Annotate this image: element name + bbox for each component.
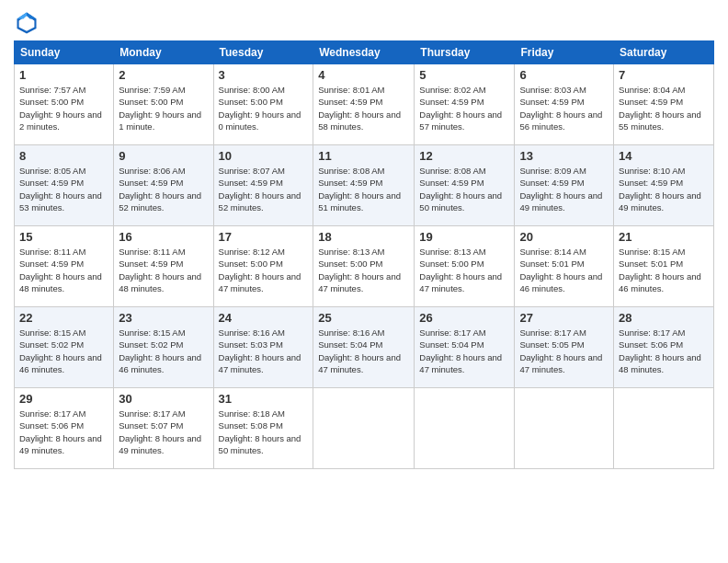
page-container: SundayMondayTuesdayWednesdayThursdayFrid… <box>0 0 728 474</box>
day-cell: 29Sunrise: 8:17 AMSunset: 5:06 PMDayligh… <box>15 388 114 469</box>
day-number: 13 <box>519 149 609 163</box>
day-info: Sunrise: 8:00 AMSunset: 5:00 PMDaylight:… <box>219 84 309 132</box>
day-cell: 8Sunrise: 8:05 AMSunset: 4:59 PMDaylight… <box>15 145 114 226</box>
day-cell: 26Sunrise: 8:17 AMSunset: 5:04 PMDayligh… <box>415 307 515 388</box>
day-number: 2 <box>119 68 208 82</box>
day-number: 15 <box>19 230 108 244</box>
day-number: 10 <box>219 149 309 163</box>
day-cell: 10Sunrise: 8:07 AMSunset: 4:59 PMDayligh… <box>213 145 313 226</box>
day-info: Sunrise: 7:57 AMSunset: 5:00 PMDaylight:… <box>19 84 108 132</box>
day-info: Sunrise: 8:11 AMSunset: 4:59 PMDaylight:… <box>19 246 108 294</box>
weekday-header-tuesday: Tuesday <box>213 41 313 64</box>
day-cell: 15Sunrise: 8:11 AMSunset: 4:59 PMDayligh… <box>15 226 114 307</box>
day-number: 29 <box>19 392 108 406</box>
day-cell: 14Sunrise: 8:10 AMSunset: 4:59 PMDayligh… <box>614 145 714 226</box>
day-number: 17 <box>219 230 309 244</box>
day-cell: 13Sunrise: 8:09 AMSunset: 4:59 PMDayligh… <box>515 145 614 226</box>
day-info: Sunrise: 8:06 AMSunset: 4:59 PMDaylight:… <box>119 165 208 213</box>
day-cell: 17Sunrise: 8:12 AMSunset: 5:00 PMDayligh… <box>213 226 313 307</box>
day-info: Sunrise: 8:12 AMSunset: 5:00 PMDaylight:… <box>219 246 309 294</box>
day-cell: 23Sunrise: 8:15 AMSunset: 5:02 PMDayligh… <box>114 307 213 388</box>
day-number: 9 <box>119 149 208 163</box>
day-number: 8 <box>19 149 108 163</box>
day-info: Sunrise: 8:08 AMSunset: 4:59 PMDaylight:… <box>318 165 409 213</box>
weekday-header-thursday: Thursday <box>415 41 515 64</box>
day-number: 16 <box>119 230 208 244</box>
week-row-4: 22Sunrise: 8:15 AMSunset: 5:02 PMDayligh… <box>15 307 714 388</box>
day-cell: 1Sunrise: 7:57 AMSunset: 5:00 PMDaylight… <box>15 64 114 145</box>
day-cell: 5Sunrise: 8:02 AMSunset: 4:59 PMDaylight… <box>415 64 515 145</box>
day-number: 12 <box>419 149 509 163</box>
day-info: Sunrise: 8:11 AMSunset: 4:59 PMDaylight:… <box>119 246 208 294</box>
day-number: 23 <box>119 311 208 325</box>
day-info: Sunrise: 8:14 AMSunset: 5:01 PMDaylight:… <box>519 246 609 294</box>
day-number: 3 <box>219 68 309 82</box>
day-number: 20 <box>519 230 609 244</box>
day-info: Sunrise: 8:04 AMSunset: 4:59 PMDaylight:… <box>619 84 709 132</box>
logo-icon <box>14 9 40 35</box>
day-cell: 11Sunrise: 8:08 AMSunset: 4:59 PMDayligh… <box>313 145 415 226</box>
day-number: 4 <box>318 68 409 82</box>
calendar-table: SundayMondayTuesdayWednesdayThursdayFrid… <box>14 40 714 469</box>
day-info: Sunrise: 8:17 AMSunset: 5:06 PMDaylight:… <box>19 408 108 456</box>
day-info: Sunrise: 8:01 AMSunset: 4:59 PMDaylight:… <box>318 84 409 132</box>
day-info: Sunrise: 8:15 AMSunset: 5:01 PMDaylight:… <box>619 246 709 294</box>
day-info: Sunrise: 8:10 AMSunset: 4:59 PMDaylight:… <box>619 165 709 213</box>
day-info: Sunrise: 8:08 AMSunset: 4:59 PMDaylight:… <box>419 165 509 213</box>
day-info: Sunrise: 8:05 AMSunset: 4:59 PMDaylight:… <box>19 165 108 213</box>
day-cell <box>313 388 415 469</box>
day-cell <box>415 388 515 469</box>
day-cell <box>614 388 714 469</box>
day-info: Sunrise: 8:16 AMSunset: 5:03 PMDaylight:… <box>219 327 309 375</box>
day-cell: 20Sunrise: 8:14 AMSunset: 5:01 PMDayligh… <box>515 226 614 307</box>
day-number: 1 <box>19 68 108 82</box>
day-number: 18 <box>318 230 409 244</box>
day-number: 5 <box>419 68 509 82</box>
day-number: 28 <box>619 311 709 325</box>
logo <box>14 9 43 35</box>
day-number: 11 <box>318 149 409 163</box>
day-cell: 25Sunrise: 8:16 AMSunset: 5:04 PMDayligh… <box>313 307 415 388</box>
day-cell: 18Sunrise: 8:13 AMSunset: 5:00 PMDayligh… <box>313 226 415 307</box>
day-cell: 16Sunrise: 8:11 AMSunset: 4:59 PMDayligh… <box>114 226 213 307</box>
day-number: 30 <box>119 392 208 406</box>
day-number: 14 <box>619 149 709 163</box>
day-info: Sunrise: 8:15 AMSunset: 5:02 PMDaylight:… <box>119 327 208 375</box>
day-number: 19 <box>419 230 509 244</box>
weekday-header-friday: Friday <box>515 41 614 64</box>
day-cell: 22Sunrise: 8:15 AMSunset: 5:02 PMDayligh… <box>15 307 114 388</box>
day-cell: 31Sunrise: 8:18 AMSunset: 5:08 PMDayligh… <box>213 388 313 469</box>
week-row-5: 29Sunrise: 8:17 AMSunset: 5:06 PMDayligh… <box>15 388 714 469</box>
day-cell: 2Sunrise: 7:59 AMSunset: 5:00 PMDaylight… <box>114 64 213 145</box>
week-row-2: 8Sunrise: 8:05 AMSunset: 4:59 PMDaylight… <box>15 145 714 226</box>
day-info: Sunrise: 8:17 AMSunset: 5:06 PMDaylight:… <box>619 327 709 375</box>
header <box>14 9 714 35</box>
day-number: 21 <box>619 230 709 244</box>
day-info: Sunrise: 8:09 AMSunset: 4:59 PMDaylight:… <box>519 165 609 213</box>
day-cell: 19Sunrise: 8:13 AMSunset: 5:00 PMDayligh… <box>415 226 515 307</box>
weekday-header-monday: Monday <box>114 41 213 64</box>
day-info: Sunrise: 8:17 AMSunset: 5:07 PMDaylight:… <box>119 408 208 456</box>
weekday-header-saturday: Saturday <box>614 41 714 64</box>
week-row-3: 15Sunrise: 8:11 AMSunset: 4:59 PMDayligh… <box>15 226 714 307</box>
day-info: Sunrise: 8:17 AMSunset: 5:05 PMDaylight:… <box>519 327 609 375</box>
weekday-header-row: SundayMondayTuesdayWednesdayThursdayFrid… <box>15 41 714 64</box>
day-cell: 27Sunrise: 8:17 AMSunset: 5:05 PMDayligh… <box>515 307 614 388</box>
day-cell: 28Sunrise: 8:17 AMSunset: 5:06 PMDayligh… <box>614 307 714 388</box>
day-info: Sunrise: 8:03 AMSunset: 4:59 PMDaylight:… <box>519 84 609 132</box>
day-cell: 9Sunrise: 8:06 AMSunset: 4:59 PMDaylight… <box>114 145 213 226</box>
day-cell <box>515 388 614 469</box>
day-info: Sunrise: 8:15 AMSunset: 5:02 PMDaylight:… <box>19 327 108 375</box>
day-number: 27 <box>519 311 609 325</box>
day-number: 25 <box>318 311 409 325</box>
day-number: 22 <box>19 311 108 325</box>
day-cell: 3Sunrise: 8:00 AMSunset: 5:00 PMDaylight… <box>213 64 313 145</box>
day-info: Sunrise: 8:07 AMSunset: 4:59 PMDaylight:… <box>219 165 309 213</box>
day-cell: 12Sunrise: 8:08 AMSunset: 4:59 PMDayligh… <box>415 145 515 226</box>
day-number: 26 <box>419 311 509 325</box>
day-info: Sunrise: 8:13 AMSunset: 5:00 PMDaylight:… <box>419 246 509 294</box>
day-info: Sunrise: 8:18 AMSunset: 5:08 PMDaylight:… <box>219 408 309 456</box>
day-cell: 24Sunrise: 8:16 AMSunset: 5:03 PMDayligh… <box>213 307 313 388</box>
day-info: Sunrise: 7:59 AMSunset: 5:00 PMDaylight:… <box>119 84 208 132</box>
day-info: Sunrise: 8:16 AMSunset: 5:04 PMDaylight:… <box>318 327 409 375</box>
